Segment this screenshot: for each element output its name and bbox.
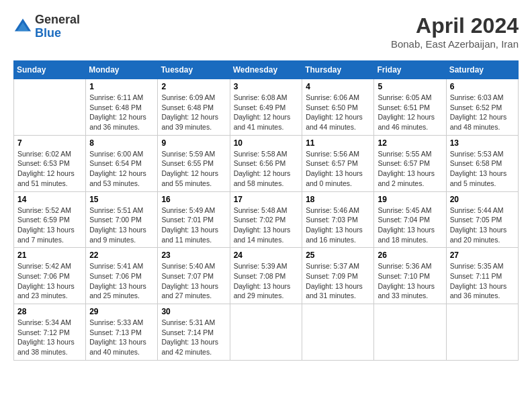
day-info: Sunrise: 5:56 AMSunset: 6:57 PMDaylight:… bbox=[306, 149, 370, 189]
day-number: 13 bbox=[450, 138, 515, 148]
day-info: Sunrise: 6:02 AMSunset: 6:53 PMDaylight:… bbox=[17, 149, 82, 189]
calendar-cell: 29Sunrise: 5:33 AMSunset: 7:13 PMDayligh… bbox=[86, 304, 158, 361]
calendar-body: 1Sunrise: 6:11 AMSunset: 6:48 PMDaylight… bbox=[14, 79, 519, 361]
day-number: 17 bbox=[234, 195, 299, 204]
weekday-header: Thursday bbox=[302, 61, 374, 79]
logo: General Blue bbox=[13, 13, 80, 40]
calendar-cell: 8Sunrise: 6:00 AMSunset: 6:54 PMDaylight… bbox=[86, 135, 158, 191]
day-info: Sunrise: 5:42 AMSunset: 7:06 PMDaylight:… bbox=[17, 261, 82, 301]
logo-icon bbox=[13, 17, 32, 36]
day-info: Sunrise: 6:03 AMSunset: 6:52 PMDaylight:… bbox=[450, 93, 515, 132]
day-number: 2 bbox=[161, 82, 226, 91]
day-number: 24 bbox=[234, 250, 299, 260]
calendar-week: 7Sunrise: 6:02 AMSunset: 6:53 PMDaylight… bbox=[14, 135, 519, 191]
day-info: Sunrise: 5:44 AMSunset: 7:05 PMDaylight:… bbox=[450, 205, 515, 245]
calendar-cell: 1Sunrise: 6:11 AMSunset: 6:48 PMDaylight… bbox=[86, 79, 158, 136]
calendar-cell: 19Sunrise: 5:45 AMSunset: 7:04 PMDayligh… bbox=[374, 191, 446, 248]
day-number: 28 bbox=[17, 307, 82, 316]
calendar-cell: 28Sunrise: 5:34 AMSunset: 7:12 PMDayligh… bbox=[14, 304, 86, 361]
day-number: 26 bbox=[378, 250, 442, 260]
day-info: Sunrise: 6:09 AMSunset: 6:48 PMDaylight:… bbox=[161, 93, 226, 132]
day-number: 20 bbox=[450, 195, 515, 204]
day-number: 11 bbox=[306, 138, 370, 148]
day-number: 15 bbox=[89, 195, 154, 204]
day-info: Sunrise: 5:33 AMSunset: 7:13 PMDaylight:… bbox=[89, 318, 154, 357]
calendar-cell: 9Sunrise: 5:59 AMSunset: 6:55 PMDaylight… bbox=[158, 135, 230, 191]
day-number: 3 bbox=[234, 82, 299, 91]
calendar-cell: 7Sunrise: 6:02 AMSunset: 6:53 PMDaylight… bbox=[14, 135, 86, 191]
day-info: Sunrise: 6:11 AMSunset: 6:48 PMDaylight:… bbox=[89, 93, 154, 132]
header-row: SundayMondayTuesdayWednesdayThursdayFrid… bbox=[14, 61, 519, 79]
calendar-table: SundayMondayTuesdayWednesdayThursdayFrid… bbox=[13, 60, 519, 361]
day-info: Sunrise: 5:41 AMSunset: 7:06 PMDaylight:… bbox=[89, 261, 154, 301]
calendar-cell bbox=[374, 304, 446, 361]
day-number: 7 bbox=[17, 138, 82, 148]
calendar-cell: 25Sunrise: 5:37 AMSunset: 7:09 PMDayligh… bbox=[302, 248, 374, 304]
day-info: Sunrise: 6:05 AMSunset: 6:51 PMDaylight:… bbox=[378, 93, 442, 132]
weekday-header: Monday bbox=[86, 61, 158, 79]
logo-general-text: General bbox=[35, 13, 80, 27]
day-info: Sunrise: 5:36 AMSunset: 7:10 PMDaylight:… bbox=[378, 261, 442, 301]
calendar-cell: 21Sunrise: 5:42 AMSunset: 7:06 PMDayligh… bbox=[14, 248, 86, 304]
calendar-cell: 23Sunrise: 5:40 AMSunset: 7:07 PMDayligh… bbox=[158, 248, 230, 304]
day-info: Sunrise: 5:31 AMSunset: 7:14 PMDaylight:… bbox=[161, 318, 226, 357]
day-info: Sunrise: 6:08 AMSunset: 6:49 PMDaylight:… bbox=[234, 93, 299, 132]
day-number: 8 bbox=[89, 138, 154, 148]
day-number: 21 bbox=[17, 250, 82, 260]
day-info: Sunrise: 5:52 AMSunset: 6:59 PMDaylight:… bbox=[17, 205, 82, 245]
calendar-cell: 4Sunrise: 6:06 AMSunset: 6:50 PMDaylight… bbox=[302, 79, 374, 136]
day-number: 14 bbox=[17, 195, 82, 204]
day-number: 27 bbox=[450, 250, 515, 260]
day-info: Sunrise: 5:53 AMSunset: 6:58 PMDaylight:… bbox=[450, 149, 515, 189]
day-number: 22 bbox=[89, 250, 154, 260]
day-number: 9 bbox=[161, 138, 226, 148]
day-number: 16 bbox=[161, 195, 226, 204]
day-number: 29 bbox=[89, 307, 154, 316]
calendar-cell bbox=[446, 304, 518, 361]
day-number: 4 bbox=[306, 82, 370, 91]
day-info: Sunrise: 5:48 AMSunset: 7:02 PMDaylight:… bbox=[234, 205, 299, 245]
calendar-title: April 2024 bbox=[391, 13, 519, 38]
day-info: Sunrise: 5:51 AMSunset: 7:00 PMDaylight:… bbox=[89, 205, 154, 245]
calendar-cell: 11Sunrise: 5:56 AMSunset: 6:57 PMDayligh… bbox=[302, 135, 374, 191]
calendar-cell: 2Sunrise: 6:09 AMSunset: 6:48 PMDaylight… bbox=[158, 79, 230, 136]
calendar-cell bbox=[302, 304, 374, 361]
day-info: Sunrise: 5:49 AMSunset: 7:01 PMDaylight:… bbox=[161, 205, 226, 245]
day-info: Sunrise: 5:35 AMSunset: 7:11 PMDaylight:… bbox=[450, 261, 515, 301]
day-number: 1 bbox=[89, 82, 154, 91]
day-number: 25 bbox=[306, 250, 370, 260]
calendar-cell: 26Sunrise: 5:36 AMSunset: 7:10 PMDayligh… bbox=[374, 248, 446, 304]
calendar-cell: 18Sunrise: 5:46 AMSunset: 7:03 PMDayligh… bbox=[302, 191, 374, 248]
weekday-header: Sunday bbox=[14, 61, 86, 79]
calendar-location: Bonab, East Azerbaijan, Iran bbox=[391, 38, 519, 50]
day-info: Sunrise: 5:39 AMSunset: 7:08 PMDaylight:… bbox=[234, 261, 299, 301]
calendar-week: 21Sunrise: 5:42 AMSunset: 7:06 PMDayligh… bbox=[14, 248, 519, 304]
day-info: Sunrise: 5:46 AMSunset: 7:03 PMDaylight:… bbox=[306, 205, 370, 245]
weekday-header: Tuesday bbox=[158, 61, 230, 79]
day-number: 19 bbox=[378, 195, 442, 204]
calendar-week: 14Sunrise: 5:52 AMSunset: 6:59 PMDayligh… bbox=[14, 191, 519, 248]
calendar-cell: 17Sunrise: 5:48 AMSunset: 7:02 PMDayligh… bbox=[230, 191, 302, 248]
day-info: Sunrise: 5:58 AMSunset: 6:56 PMDaylight:… bbox=[234, 149, 299, 189]
day-info: Sunrise: 5:37 AMSunset: 7:09 PMDaylight:… bbox=[306, 261, 370, 301]
calendar-cell: 27Sunrise: 5:35 AMSunset: 7:11 PMDayligh… bbox=[446, 248, 518, 304]
day-info: Sunrise: 5:45 AMSunset: 7:04 PMDaylight:… bbox=[378, 205, 442, 245]
day-info: Sunrise: 5:59 AMSunset: 6:55 PMDaylight:… bbox=[161, 149, 226, 189]
calendar-cell bbox=[14, 79, 86, 136]
calendar-cell: 10Sunrise: 5:58 AMSunset: 6:56 PMDayligh… bbox=[230, 135, 302, 191]
day-number: 10 bbox=[234, 138, 299, 148]
day-number: 18 bbox=[306, 195, 370, 204]
weekday-header: Saturday bbox=[446, 61, 518, 79]
logo-text: General Blue bbox=[35, 13, 80, 40]
title-block: April 2024 Bonab, East Azerbaijan, Iran bbox=[391, 13, 519, 50]
calendar-cell: 15Sunrise: 5:51 AMSunset: 7:00 PMDayligh… bbox=[86, 191, 158, 248]
calendar-cell: 20Sunrise: 5:44 AMSunset: 7:05 PMDayligh… bbox=[446, 191, 518, 248]
calendar-cell: 24Sunrise: 5:39 AMSunset: 7:08 PMDayligh… bbox=[230, 248, 302, 304]
day-number: 12 bbox=[378, 138, 442, 148]
day-number: 5 bbox=[378, 82, 442, 91]
calendar-week: 28Sunrise: 5:34 AMSunset: 7:12 PMDayligh… bbox=[14, 304, 519, 361]
calendar-cell: 3Sunrise: 6:08 AMSunset: 6:49 PMDaylight… bbox=[230, 79, 302, 136]
calendar-cell: 30Sunrise: 5:31 AMSunset: 7:14 PMDayligh… bbox=[158, 304, 230, 361]
day-info: Sunrise: 5:34 AMSunset: 7:12 PMDaylight:… bbox=[17, 318, 82, 357]
calendar-cell: 16Sunrise: 5:49 AMSunset: 7:01 PMDayligh… bbox=[158, 191, 230, 248]
